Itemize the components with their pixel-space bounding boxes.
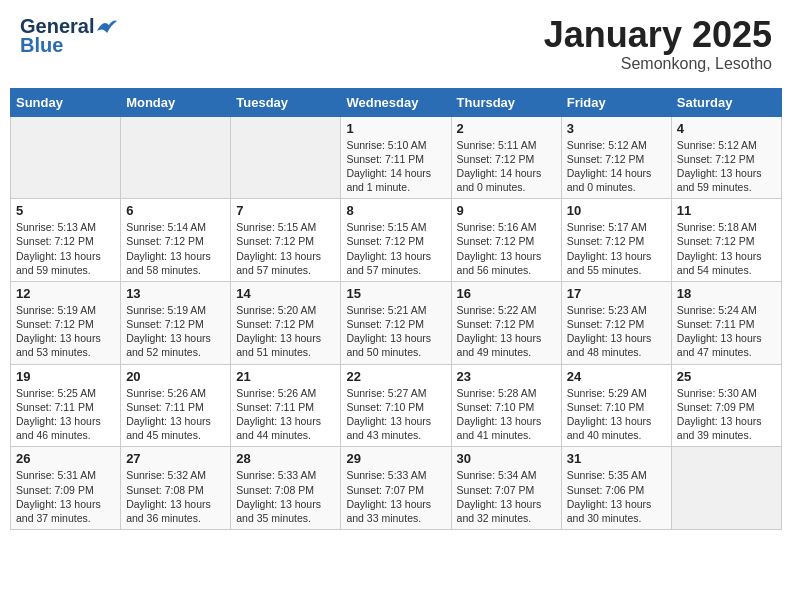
location: Semonkong, Lesotho <box>544 55 772 73</box>
calendar-cell <box>231 116 341 199</box>
day-info: Sunrise: 5:30 AMSunset: 7:09 PMDaylight:… <box>677 386 776 443</box>
day-info: Sunrise: 5:26 AMSunset: 7:11 PMDaylight:… <box>126 386 225 443</box>
day-number: 14 <box>236 286 335 301</box>
page-header: General Blue January 2025 Semonkong, Les… <box>10 10 782 78</box>
day-number: 27 <box>126 451 225 466</box>
calendar-week-row: 12Sunrise: 5:19 AMSunset: 7:12 PMDayligh… <box>11 281 782 364</box>
day-number: 10 <box>567 203 666 218</box>
day-number: 7 <box>236 203 335 218</box>
calendar-table: SundayMondayTuesdayWednesdayThursdayFrid… <box>10 88 782 530</box>
day-info: Sunrise: 5:24 AMSunset: 7:11 PMDaylight:… <box>677 303 776 360</box>
title-area: January 2025 Semonkong, Lesotho <box>544 15 772 73</box>
day-number: 1 <box>346 121 445 136</box>
calendar-cell: 19Sunrise: 5:25 AMSunset: 7:11 PMDayligh… <box>11 364 121 447</box>
day-number: 15 <box>346 286 445 301</box>
day-info: Sunrise: 5:19 AMSunset: 7:12 PMDaylight:… <box>126 303 225 360</box>
day-number: 12 <box>16 286 115 301</box>
day-number: 19 <box>16 369 115 384</box>
calendar-cell: 9Sunrise: 5:16 AMSunset: 7:12 PMDaylight… <box>451 199 561 282</box>
day-number: 9 <box>457 203 556 218</box>
day-number: 26 <box>16 451 115 466</box>
calendar-week-row: 5Sunrise: 5:13 AMSunset: 7:12 PMDaylight… <box>11 199 782 282</box>
weekday-header: Thursday <box>451 88 561 116</box>
calendar-cell: 30Sunrise: 5:34 AMSunset: 7:07 PMDayligh… <box>451 447 561 530</box>
calendar-cell: 25Sunrise: 5:30 AMSunset: 7:09 PMDayligh… <box>671 364 781 447</box>
calendar-cell: 17Sunrise: 5:23 AMSunset: 7:12 PMDayligh… <box>561 281 671 364</box>
day-number: 28 <box>236 451 335 466</box>
weekday-header: Tuesday <box>231 88 341 116</box>
calendar-cell: 3Sunrise: 5:12 AMSunset: 7:12 PMDaylight… <box>561 116 671 199</box>
calendar-cell: 5Sunrise: 5:13 AMSunset: 7:12 PMDaylight… <box>11 199 121 282</box>
day-info: Sunrise: 5:25 AMSunset: 7:11 PMDaylight:… <box>16 386 115 443</box>
day-info: Sunrise: 5:33 AMSunset: 7:08 PMDaylight:… <box>236 468 335 525</box>
calendar-cell: 7Sunrise: 5:15 AMSunset: 7:12 PMDaylight… <box>231 199 341 282</box>
calendar-cell: 26Sunrise: 5:31 AMSunset: 7:09 PMDayligh… <box>11 447 121 530</box>
day-info: Sunrise: 5:12 AMSunset: 7:12 PMDaylight:… <box>567 138 666 195</box>
day-info: Sunrise: 5:19 AMSunset: 7:12 PMDaylight:… <box>16 303 115 360</box>
day-number: 31 <box>567 451 666 466</box>
calendar-cell: 31Sunrise: 5:35 AMSunset: 7:06 PMDayligh… <box>561 447 671 530</box>
weekday-header: Saturday <box>671 88 781 116</box>
weekday-header: Sunday <box>11 88 121 116</box>
calendar-cell: 23Sunrise: 5:28 AMSunset: 7:10 PMDayligh… <box>451 364 561 447</box>
weekday-header: Monday <box>121 88 231 116</box>
calendar-cell: 10Sunrise: 5:17 AMSunset: 7:12 PMDayligh… <box>561 199 671 282</box>
day-number: 8 <box>346 203 445 218</box>
day-info: Sunrise: 5:26 AMSunset: 7:11 PMDaylight:… <box>236 386 335 443</box>
day-number: 21 <box>236 369 335 384</box>
day-info: Sunrise: 5:31 AMSunset: 7:09 PMDaylight:… <box>16 468 115 525</box>
day-number: 29 <box>346 451 445 466</box>
calendar-cell: 13Sunrise: 5:19 AMSunset: 7:12 PMDayligh… <box>121 281 231 364</box>
day-info: Sunrise: 5:33 AMSunset: 7:07 PMDaylight:… <box>346 468 445 525</box>
weekday-header: Wednesday <box>341 88 451 116</box>
weekday-header: Friday <box>561 88 671 116</box>
day-number: 24 <box>567 369 666 384</box>
day-number: 3 <box>567 121 666 136</box>
day-number: 2 <box>457 121 556 136</box>
day-number: 6 <box>126 203 225 218</box>
logo-blue-text: Blue <box>20 34 63 57</box>
day-info: Sunrise: 5:20 AMSunset: 7:12 PMDaylight:… <box>236 303 335 360</box>
calendar-cell: 27Sunrise: 5:32 AMSunset: 7:08 PMDayligh… <box>121 447 231 530</box>
day-number: 30 <box>457 451 556 466</box>
day-info: Sunrise: 5:27 AMSunset: 7:10 PMDaylight:… <box>346 386 445 443</box>
day-info: Sunrise: 5:15 AMSunset: 7:12 PMDaylight:… <box>236 220 335 277</box>
day-number: 22 <box>346 369 445 384</box>
calendar-cell: 21Sunrise: 5:26 AMSunset: 7:11 PMDayligh… <box>231 364 341 447</box>
calendar-cell: 6Sunrise: 5:14 AMSunset: 7:12 PMDaylight… <box>121 199 231 282</box>
day-info: Sunrise: 5:16 AMSunset: 7:12 PMDaylight:… <box>457 220 556 277</box>
day-info: Sunrise: 5:28 AMSunset: 7:10 PMDaylight:… <box>457 386 556 443</box>
calendar-week-row: 26Sunrise: 5:31 AMSunset: 7:09 PMDayligh… <box>11 447 782 530</box>
logo: General Blue <box>20 15 117 57</box>
day-info: Sunrise: 5:12 AMSunset: 7:12 PMDaylight:… <box>677 138 776 195</box>
day-info: Sunrise: 5:13 AMSunset: 7:12 PMDaylight:… <box>16 220 115 277</box>
logo-bird-icon <box>95 17 117 35</box>
calendar-cell: 12Sunrise: 5:19 AMSunset: 7:12 PMDayligh… <box>11 281 121 364</box>
day-number: 13 <box>126 286 225 301</box>
day-info: Sunrise: 5:32 AMSunset: 7:08 PMDaylight:… <box>126 468 225 525</box>
day-number: 18 <box>677 286 776 301</box>
calendar-header-row: SundayMondayTuesdayWednesdayThursdayFrid… <box>11 88 782 116</box>
day-info: Sunrise: 5:34 AMSunset: 7:07 PMDaylight:… <box>457 468 556 525</box>
day-info: Sunrise: 5:22 AMSunset: 7:12 PMDaylight:… <box>457 303 556 360</box>
calendar-cell: 2Sunrise: 5:11 AMSunset: 7:12 PMDaylight… <box>451 116 561 199</box>
calendar-cell: 1Sunrise: 5:10 AMSunset: 7:11 PMDaylight… <box>341 116 451 199</box>
calendar-cell: 18Sunrise: 5:24 AMSunset: 7:11 PMDayligh… <box>671 281 781 364</box>
calendar-week-row: 1Sunrise: 5:10 AMSunset: 7:11 PMDaylight… <box>11 116 782 199</box>
day-number: 5 <box>16 203 115 218</box>
day-info: Sunrise: 5:10 AMSunset: 7:11 PMDaylight:… <box>346 138 445 195</box>
day-info: Sunrise: 5:29 AMSunset: 7:10 PMDaylight:… <box>567 386 666 443</box>
calendar-cell: 4Sunrise: 5:12 AMSunset: 7:12 PMDaylight… <box>671 116 781 199</box>
calendar-cell <box>671 447 781 530</box>
day-info: Sunrise: 5:11 AMSunset: 7:12 PMDaylight:… <box>457 138 556 195</box>
day-number: 25 <box>677 369 776 384</box>
day-info: Sunrise: 5:35 AMSunset: 7:06 PMDaylight:… <box>567 468 666 525</box>
day-number: 20 <box>126 369 225 384</box>
calendar-cell: 14Sunrise: 5:20 AMSunset: 7:12 PMDayligh… <box>231 281 341 364</box>
calendar-cell: 15Sunrise: 5:21 AMSunset: 7:12 PMDayligh… <box>341 281 451 364</box>
day-number: 11 <box>677 203 776 218</box>
calendar-cell: 11Sunrise: 5:18 AMSunset: 7:12 PMDayligh… <box>671 199 781 282</box>
day-info: Sunrise: 5:18 AMSunset: 7:12 PMDaylight:… <box>677 220 776 277</box>
day-number: 17 <box>567 286 666 301</box>
day-number: 4 <box>677 121 776 136</box>
